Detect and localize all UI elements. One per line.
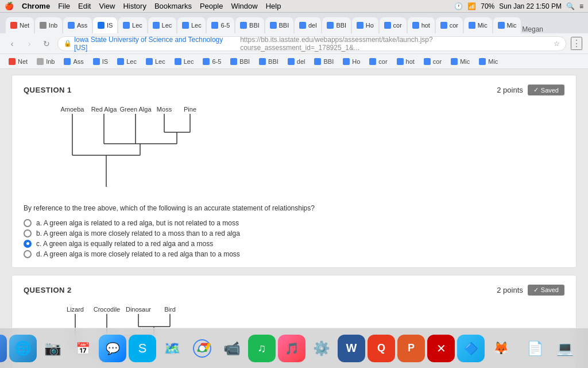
bookmark-label: Lec bbox=[155, 58, 165, 65]
menu-people[interactable]: People bbox=[200, 2, 223, 10]
points-saved-2: 2 points Saved bbox=[497, 285, 564, 296]
bookmark-icon bbox=[64, 58, 71, 65]
dock-safari[interactable]: 🌐 bbox=[9, 335, 37, 362]
choice-1d[interactable]: d. A green alga is more closely related … bbox=[24, 250, 564, 258]
bookmark-ass[interactable]: Ass bbox=[60, 56, 87, 67]
bookmark-label: Lec bbox=[126, 58, 137, 65]
tab-active[interactable]: IS bbox=[93, 17, 117, 33]
dock-firefox[interactable]: 🦊 bbox=[487, 335, 514, 362]
tree-label-green-alga: Green Alga bbox=[119, 106, 152, 113]
apple-menu[interactable]: 🍎 bbox=[5, 2, 14, 10]
bookmark-cor2[interactable]: cor bbox=[420, 56, 446, 67]
choice-1b[interactable]: b. A green alga is more closely related … bbox=[24, 229, 564, 237]
dock-app3[interactable]: 🔷 bbox=[457, 335, 485, 362]
bookmark-label: Net bbox=[18, 58, 28, 65]
dock-notes[interactable]: 📄 bbox=[521, 335, 549, 362]
dock-photos[interactable]: 📷 bbox=[39, 335, 67, 362]
radio-1b[interactable] bbox=[24, 229, 32, 237]
dock-finder[interactable]: 🔍 bbox=[0, 335, 7, 362]
dock-skype[interactable]: S bbox=[129, 335, 156, 362]
bookmark-ho[interactable]: Ho bbox=[339, 56, 364, 67]
bookmark-lec3[interactable]: Lec bbox=[171, 56, 198, 67]
user-profile[interactable]: Megan bbox=[522, 25, 548, 33]
dock-quip[interactable]: Q bbox=[368, 335, 395, 362]
dock-itunes[interactable]: 🎵 bbox=[278, 335, 305, 362]
bookmark-inb[interactable]: Inb bbox=[33, 56, 59, 67]
tab-lec2[interactable]: Lec bbox=[148, 17, 176, 33]
radio-1a[interactable] bbox=[24, 219, 32, 227]
bookmark-cor1[interactable]: cor bbox=[365, 56, 391, 67]
dock-app1[interactable]: P bbox=[397, 335, 425, 362]
more-button[interactable]: ⋮ bbox=[571, 37, 582, 50]
tree2-label-lizard: Lizard bbox=[67, 306, 84, 313]
tab-lec1[interactable]: Lec bbox=[118, 17, 146, 33]
tab-label: Ass bbox=[77, 22, 87, 29]
radio-1d[interactable] bbox=[24, 250, 32, 258]
dock-trash[interactable]: 🗑️ bbox=[581, 335, 588, 362]
bookmark-label: BBI bbox=[239, 58, 250, 65]
tab-bbi1[interactable]: BBI bbox=[235, 17, 264, 33]
bookmark-hot[interactable]: hot bbox=[393, 56, 419, 67]
menu-bookmarks[interactable]: Bookmarks bbox=[154, 2, 192, 10]
bookmark-icon bbox=[9, 58, 16, 65]
bookmark-bbi3[interactable]: BBI bbox=[310, 56, 338, 67]
dock-chrome[interactable] bbox=[188, 335, 216, 362]
tab-inb[interactable]: Inb bbox=[35, 17, 62, 33]
dock-word[interactable]: W bbox=[338, 335, 365, 362]
dock-downloads[interactable]: 💻 bbox=[551, 335, 579, 362]
tree-label-amoeba: Amoeba bbox=[61, 106, 85, 113]
url-bar[interactable]: 🔒 Iowa State University of Science and T… bbox=[57, 36, 566, 51]
bookmark-star[interactable]: ☆ bbox=[554, 40, 560, 48]
tab-bbi2[interactable]: BBI bbox=[265, 17, 293, 33]
dock-facetime[interactable]: 📹 bbox=[218, 335, 246, 362]
tab-favicon bbox=[153, 22, 160, 29]
choice-1a[interactable]: a. A green alga is related to a red alga… bbox=[24, 219, 564, 227]
bookmark-bbi1[interactable]: BBI bbox=[226, 56, 254, 67]
menu-history[interactable]: History bbox=[123, 2, 146, 10]
tab-mic1[interactable]: Mic bbox=[464, 17, 492, 33]
bookmark-lec1[interactable]: Lec bbox=[113, 56, 141, 67]
tab-del[interactable]: del bbox=[295, 17, 321, 33]
dock-messages[interactable]: 💬 bbox=[99, 335, 126, 362]
reload-button[interactable]: ↻ bbox=[40, 37, 53, 50]
tab-lec3[interactable]: Lec bbox=[177, 17, 206, 33]
dock-maps[interactable]: 🗺️ bbox=[158, 335, 186, 362]
tab-65[interactable]: 6-5 bbox=[207, 17, 234, 33]
choice-1c[interactable]: c. A green alga is equally related to a … bbox=[24, 240, 564, 248]
tab-ass[interactable]: Ass bbox=[63, 17, 92, 33]
bookmark-bbi2[interactable]: BBI bbox=[255, 56, 283, 67]
bookmark-icon bbox=[451, 58, 458, 65]
dock-calendar[interactable]: 📅 bbox=[69, 335, 96, 362]
menu-window[interactable]: Window bbox=[231, 2, 257, 10]
tab-mic2[interactable]: Mic bbox=[493, 17, 521, 33]
menu-file[interactable]: File bbox=[58, 2, 70, 10]
bookmark-is[interactable]: IS bbox=[89, 56, 112, 67]
radio-1c[interactable] bbox=[24, 240, 32, 248]
menu-icon[interactable]: ≡ bbox=[579, 2, 583, 10]
tab-bbi3[interactable]: BBI bbox=[322, 17, 350, 33]
choice-1c-text: c. A green alga is equally related to a … bbox=[36, 240, 213, 248]
tab-hot[interactable]: hot bbox=[408, 17, 435, 33]
bookmark-mic2[interactable]: Mic bbox=[475, 56, 502, 67]
bookmark-net[interactable]: Net bbox=[5, 56, 32, 67]
tab-ho[interactable]: Ho bbox=[352, 17, 378, 33]
tab-label: BBI bbox=[279, 22, 289, 29]
dock-systemprefs[interactable]: ⚙️ bbox=[308, 335, 335, 362]
menu-edit[interactable]: Edit bbox=[78, 2, 91, 10]
menu-help[interactable]: Help bbox=[266, 2, 281, 10]
tab-net[interactable]: Net bbox=[6, 17, 34, 33]
search-icon[interactable]: 🔍 bbox=[566, 2, 575, 10]
tab-cor2[interactable]: cor bbox=[436, 17, 463, 33]
bookmark-mic1[interactable]: Mic bbox=[447, 56, 474, 67]
tab-cor1[interactable]: cor bbox=[380, 17, 407, 33]
dock-app2[interactable]: ✕ bbox=[427, 335, 455, 362]
menu-view[interactable]: View bbox=[99, 2, 115, 10]
tab-label: Mic bbox=[478, 22, 488, 29]
bookmark-lec2[interactable]: Lec bbox=[142, 56, 169, 67]
back-button[interactable]: ‹ bbox=[6, 37, 18, 50]
bookmark-65[interactable]: 6-5 bbox=[199, 56, 225, 67]
forward-button[interactable]: › bbox=[23, 37, 36, 50]
bookmark-icon bbox=[343, 58, 350, 65]
bookmark-del[interactable]: del bbox=[284, 56, 310, 67]
dock-spotify[interactable]: ♫ bbox=[248, 335, 276, 362]
